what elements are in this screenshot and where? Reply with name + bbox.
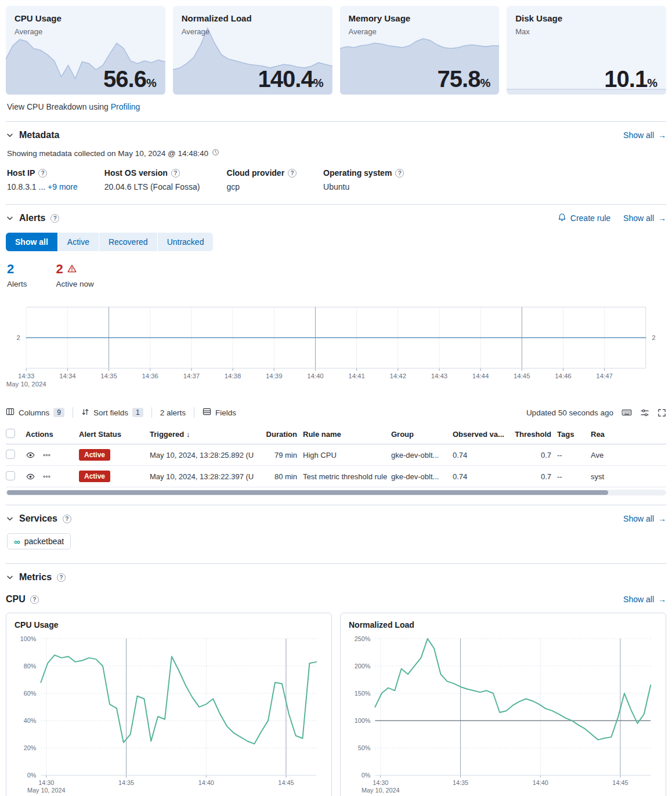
scrollbar-thumb[interactable] bbox=[7, 490, 608, 495]
metadata-collected-text: Showing metadata collected on May 10, 20… bbox=[7, 149, 666, 158]
table-row: Active May 10, 2024, 13:28:25.892 (U 79 … bbox=[6, 444, 666, 466]
chevron-down-icon[interactable] bbox=[6, 214, 14, 222]
svg-text:100%: 100% bbox=[355, 717, 371, 724]
fields-button[interactable]: Fields bbox=[203, 407, 236, 418]
svg-text:14:41: 14:41 bbox=[348, 372, 364, 379]
question-icon[interactable]: ? bbox=[50, 214, 59, 223]
services-show-all-link[interactable]: Show all → bbox=[623, 514, 666, 523]
keyboard-shortcuts-icon[interactable] bbox=[622, 408, 632, 417]
cell-group[interactable]: gke-dev-oblt... bbox=[391, 446, 453, 464]
svg-text:0%: 0% bbox=[362, 772, 371, 779]
sort-desc-icon: ↓ bbox=[186, 430, 190, 439]
svg-text:14:40: 14:40 bbox=[533, 779, 548, 786]
fullscreen-icon[interactable] bbox=[657, 408, 666, 417]
cell-group[interactable]: gke-dev-oblt... bbox=[391, 468, 453, 486]
col-alert-status: Alert Status bbox=[79, 426, 150, 443]
alerts-table: Actions Alert Status Triggered ↓ Duratio… bbox=[6, 425, 666, 495]
row-checkbox[interactable] bbox=[6, 450, 15, 459]
metadata-fields: Host IP? 10.8.3.1 ... +9 more Host OS ve… bbox=[7, 168, 666, 191]
tab-show-all[interactable]: Show all bbox=[6, 233, 58, 251]
svg-text:14:30: 14:30 bbox=[38, 779, 54, 786]
tab-recovered[interactable]: Recovered bbox=[99, 233, 158, 251]
toolbar-divider bbox=[194, 407, 194, 418]
kpi-card-normalized-load[interactable]: Normalized Load Average 140.4% bbox=[173, 6, 333, 95]
service-chip-packetbeat[interactable]: ∞ packetbeat bbox=[7, 533, 71, 549]
col-duration: Duration bbox=[263, 426, 303, 443]
normalized-load-chart-panel[interactable]: Normalized Load 0%50%100%150%200%250%14:… bbox=[340, 613, 666, 796]
cell-triggered: May 10, 2024, 13:28:25.892 (U bbox=[150, 446, 263, 464]
create-rule-link[interactable]: Create rule bbox=[558, 213, 610, 223]
kpi-card-disk-usage[interactable]: Disk Usage Max 10.1% bbox=[507, 6, 666, 95]
question-icon[interactable]: ? bbox=[57, 573, 66, 582]
metadata-show-all-link[interactable]: Show all → bbox=[623, 131, 666, 140]
kpi-subtitle: Average bbox=[15, 27, 157, 36]
row-checkbox[interactable] bbox=[6, 471, 15, 480]
alerts-table-header: Actions Alert Status Triggered ↓ Duratio… bbox=[6, 425, 666, 444]
chevron-down-icon[interactable] bbox=[6, 573, 14, 581]
cell-reason: Ave bbox=[591, 446, 666, 464]
columns-icon bbox=[6, 407, 15, 418]
more-actions-icon[interactable] bbox=[42, 473, 51, 480]
alerts-status-filter-group: Show all Active Recovered Untracked bbox=[6, 233, 213, 251]
question-icon[interactable]: ? bbox=[171, 169, 180, 178]
metrics-section-title: Metrics bbox=[19, 572, 52, 582]
alerts-stats: 2 Alerts 2 Active now bbox=[7, 262, 666, 288]
kpi-subtitle: Average bbox=[349, 27, 491, 36]
svg-text:40%: 40% bbox=[24, 717, 37, 724]
svg-text:14:45: 14:45 bbox=[612, 779, 628, 786]
select-all-checkbox[interactable] bbox=[6, 429, 15, 438]
sort-fields-button[interactable]: Sort fields 1 bbox=[81, 408, 143, 418]
question-icon[interactable]: ? bbox=[30, 595, 39, 604]
profiling-link[interactable]: Profiling bbox=[111, 102, 140, 111]
chevron-down-icon[interactable] bbox=[6, 131, 14, 139]
bell-icon bbox=[558, 213, 566, 223]
question-icon[interactable]: ? bbox=[63, 515, 71, 523]
columns-button[interactable]: Columns 9 bbox=[6, 407, 64, 418]
svg-text:200%: 200% bbox=[355, 663, 371, 670]
normalized-load-chart[interactable]: 0%50%100%150%200%250%14:30May 10, 202414… bbox=[349, 633, 657, 796]
metrics-charts-row: CPU Usage 0%20%40%60%80%100%14:30May 10,… bbox=[6, 613, 666, 796]
svg-text:14:45: 14:45 bbox=[278, 779, 294, 786]
cpu-usage-chart[interactable]: 0%20%40%60%80%100%14:30May 10, 202414:35… bbox=[15, 633, 323, 796]
col-triggered[interactable]: Triggered ↓ bbox=[150, 426, 263, 443]
metrics-cpu-show-all-link[interactable]: Show all → bbox=[623, 595, 666, 604]
col-actions: Actions bbox=[26, 426, 79, 443]
kpi-title: CPU Usage bbox=[15, 13, 157, 23]
svg-text:14:34: 14:34 bbox=[59, 372, 75, 379]
question-icon[interactable]: ? bbox=[38, 169, 47, 178]
view-alert-eye-icon[interactable] bbox=[26, 451, 35, 459]
more-ips-link[interactable]: +9 more bbox=[48, 182, 78, 191]
kpi-card-memory-usage[interactable]: Memory Usage Average 75.8% bbox=[340, 6, 500, 95]
svg-text:14:30: 14:30 bbox=[373, 779, 388, 786]
view-alert-eye-icon[interactable] bbox=[26, 472, 35, 481]
alerts-timeline-svg[interactable]: 14:33May 10, 202414:3414:3514:3614:3714:… bbox=[6, 302, 666, 392]
kpi-value: 56.6% bbox=[103, 66, 157, 92]
cell-rule-name[interactable]: Test metric threshold rule bbox=[303, 468, 391, 486]
cell-threshold: 0.7 bbox=[508, 468, 557, 486]
more-actions-icon[interactable] bbox=[42, 451, 51, 459]
alerts-count-stat: 2 Alerts bbox=[7, 262, 27, 288]
display-options-icon[interactable] bbox=[640, 408, 649, 417]
tab-active[interactable]: Active bbox=[58, 233, 99, 251]
horizontal-scrollbar[interactable] bbox=[6, 490, 666, 495]
svg-text:14:44: 14:44 bbox=[472, 372, 489, 379]
alerts-show-all-link[interactable]: Show all → bbox=[623, 214, 666, 223]
metrics-cpu-subtitle: CPU ? bbox=[6, 594, 39, 605]
alerts-timeline-chart[interactable]: 14:33May 10, 202414:3414:3514:3614:3714:… bbox=[6, 302, 666, 392]
col-group: Group bbox=[391, 426, 453, 443]
col-rule-name: Rule name bbox=[303, 426, 391, 443]
chevron-down-icon[interactable] bbox=[6, 515, 14, 523]
question-icon[interactable]: ? bbox=[395, 169, 404, 178]
svg-text:0%: 0% bbox=[27, 772, 37, 779]
profiling-note: View CPU Breakdown using Profiling bbox=[7, 102, 666, 111]
tab-untracked[interactable]: Untracked bbox=[158, 233, 214, 251]
question-icon[interactable]: ? bbox=[288, 169, 297, 178]
kpi-card-cpu-usage[interactable]: CPU Usage Average 56.6% bbox=[6, 6, 165, 95]
metadata-section-title: Metadata bbox=[19, 130, 59, 140]
cell-tags: -- bbox=[557, 446, 591, 464]
kpi-row: CPU Usage Average 56.6% Normalized Load … bbox=[6, 6, 666, 95]
cpu-usage-chart-panel[interactable]: CPU Usage 0%20%40%60%80%100%14:30May 10,… bbox=[6, 613, 332, 796]
cell-triggered: May 10, 2024, 13:28:22.397 (U bbox=[150, 468, 263, 486]
cell-rule-name[interactable]: High CPU bbox=[303, 446, 391, 464]
sort-count-badge: 1 bbox=[132, 408, 143, 417]
